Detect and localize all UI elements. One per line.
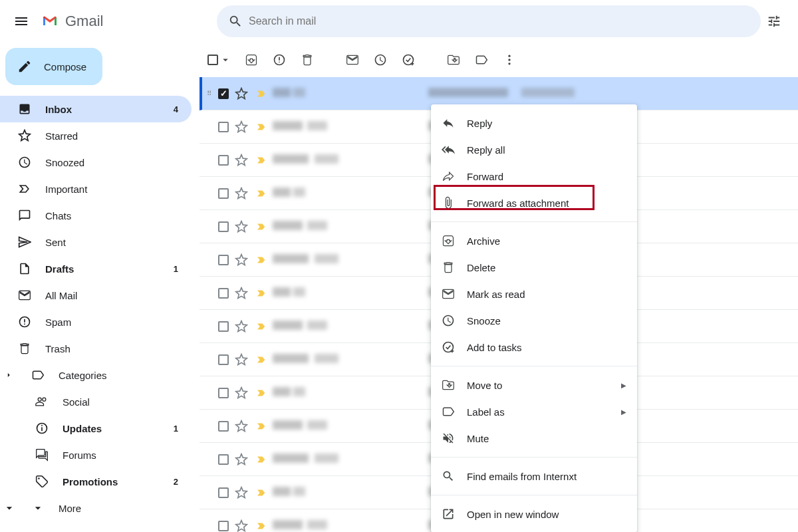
- report-spam-button[interactable]: [266, 47, 293, 73]
- important-icon: [255, 420, 267, 432]
- menu-item-reply[interactable]: Reply: [431, 110, 637, 136]
- importance-marker[interactable]: [253, 188, 270, 200]
- select-all-checkbox[interactable]: [207, 55, 218, 65]
- sidebar-item-starred[interactable]: Starred: [0, 122, 192, 149]
- sidebar-item-categories[interactable]: Categories: [0, 362, 192, 388]
- menu-item-archive[interactable]: Archive: [431, 227, 637, 254]
- main-menu-button[interactable]: [5, 5, 37, 37]
- star-button[interactable]: [233, 187, 250, 200]
- sidebar-item-social[interactable]: Social: [0, 388, 192, 415]
- row-checkbox[interactable]: [217, 253, 230, 267]
- search-input[interactable]: [249, 15, 755, 27]
- sidebar-item-label: Important: [45, 184, 184, 195]
- row-checkbox[interactable]: [217, 220, 230, 233]
- importance-marker[interactable]: [253, 354, 270, 366]
- menu-item-forward-as-attachment[interactable]: Forward as attachment: [431, 190, 637, 216]
- move-to-button[interactable]: [440, 47, 467, 73]
- sidebar-item-more[interactable]: More: [0, 495, 192, 521]
- importance-marker[interactable]: [253, 221, 270, 233]
- row-checkbox[interactable]: [217, 120, 230, 134]
- menu-item-snooze[interactable]: Snooze: [431, 307, 637, 334]
- sidebar-item-inbox[interactable]: Inbox4: [0, 96, 192, 122]
- menu-item-add-to-tasks[interactable]: Add to tasks: [431, 334, 637, 360]
- importance-marker[interactable]: [253, 454, 270, 466]
- row-checkbox[interactable]: [217, 386, 230, 400]
- archive-button[interactable]: [238, 47, 265, 73]
- gmail-logo[interactable]: Gmail: [40, 13, 103, 30]
- sidebar-item-drafts[interactable]: Drafts1: [0, 255, 192, 282]
- importance-marker[interactable]: [253, 520, 270, 532]
- star-button[interactable]: [233, 519, 250, 533]
- sidebar-item-updates[interactable]: Updates1: [0, 415, 192, 442]
- info-icon: [35, 421, 49, 436]
- menu-item-open-in-new-window[interactable]: Open in new window: [431, 501, 637, 527]
- sidebar-item-spam[interactable]: Spam: [0, 309, 192, 335]
- compose-button[interactable]: Compose: [5, 48, 102, 85]
- importance-marker[interactable]: [253, 287, 270, 299]
- labels-button[interactable]: [468, 47, 495, 73]
- more-button[interactable]: [496, 47, 523, 73]
- row-checkbox[interactable]: [217, 287, 230, 300]
- importance-marker[interactable]: [253, 88, 270, 100]
- row-checkbox[interactable]: [217, 519, 230, 533]
- important-icon: [255, 454, 267, 466]
- row-checkbox[interactable]: [217, 187, 230, 200]
- importance-marker[interactable]: [253, 387, 270, 399]
- menu-item-label-as[interactable]: Label as▶: [431, 398, 637, 425]
- star-button[interactable]: [233, 453, 250, 466]
- star-button[interactable]: [233, 420, 250, 433]
- row-checkbox[interactable]: [217, 420, 230, 433]
- menu-item-find-emails-from-internxt[interactable]: Find emails from Internxt: [431, 463, 637, 489]
- star-button[interactable]: [233, 353, 250, 366]
- importance-marker[interactable]: [253, 420, 270, 432]
- sender: [273, 154, 426, 166]
- sidebar-item-sent[interactable]: Sent: [0, 229, 192, 255]
- sidebar-item-chats[interactable]: Chats: [0, 202, 192, 229]
- sidebar-item-promotions[interactable]: Promotions2: [0, 468, 192, 495]
- row-checkbox[interactable]: [217, 453, 230, 466]
- menu-item-mark-as-read[interactable]: Mark as read: [431, 281, 637, 307]
- star-button[interactable]: [233, 320, 250, 333]
- star-button[interactable]: [233, 220, 250, 233]
- search-bar[interactable]: [217, 5, 761, 37]
- sidebar-item-snoozed[interactable]: Snoozed: [0, 149, 192, 176]
- sidebar-item-forums[interactable]: Forums: [0, 442, 192, 468]
- star-button[interactable]: [233, 253, 250, 267]
- sidebar-item-important[interactable]: Important: [0, 176, 192, 202]
- importance-marker[interactable]: [253, 154, 270, 166]
- star-button[interactable]: [233, 87, 250, 100]
- star-button[interactable]: [233, 154, 250, 167]
- sidebar-item-label: More: [59, 503, 184, 514]
- row-checkbox[interactable]: [217, 320, 230, 333]
- menu-item-reply-all[interactable]: Reply all: [431, 136, 637, 163]
- star-button[interactable]: [233, 486, 250, 499]
- drag-handle-icon[interactable]: ⠿: [202, 90, 214, 97]
- snooze-button[interactable]: [367, 47, 394, 73]
- importance-marker[interactable]: [253, 321, 270, 332]
- mark-read-button[interactable]: [339, 47, 366, 73]
- label-icon: [442, 405, 455, 418]
- select-all-control[interactable]: [207, 54, 231, 66]
- sidebar-item-all-mail[interactable]: All Mail: [0, 282, 192, 309]
- importance-marker[interactable]: [253, 487, 270, 499]
- search-button[interactable]: [222, 8, 249, 35]
- importance-marker[interactable]: [253, 254, 270, 266]
- add-to-tasks-button[interactable]: [395, 47, 422, 73]
- star-button[interactable]: [233, 287, 250, 300]
- delete-button[interactable]: [294, 47, 321, 73]
- menu-item-forward[interactable]: Forward: [431, 163, 637, 190]
- sidebar-item-label: Categories: [59, 370, 184, 381]
- menu-item-label: Snooze: [467, 315, 501, 327]
- row-checkbox[interactable]: [217, 87, 230, 100]
- importance-marker[interactable]: [253, 121, 270, 133]
- menu-item-mute[interactable]: Mute: [431, 425, 637, 452]
- row-checkbox[interactable]: [217, 353, 230, 366]
- row-checkbox[interactable]: [217, 486, 230, 499]
- sidebar-item-trash[interactable]: Trash: [0, 335, 192, 362]
- menu-item-move-to[interactable]: Move to▶: [431, 372, 637, 398]
- star-button[interactable]: [233, 386, 250, 400]
- star-button[interactable]: [233, 120, 250, 134]
- row-checkbox[interactable]: [217, 154, 230, 167]
- menu-item-delete[interactable]: Delete: [431, 254, 637, 281]
- search-options-button[interactable]: [761, 8, 787, 35]
